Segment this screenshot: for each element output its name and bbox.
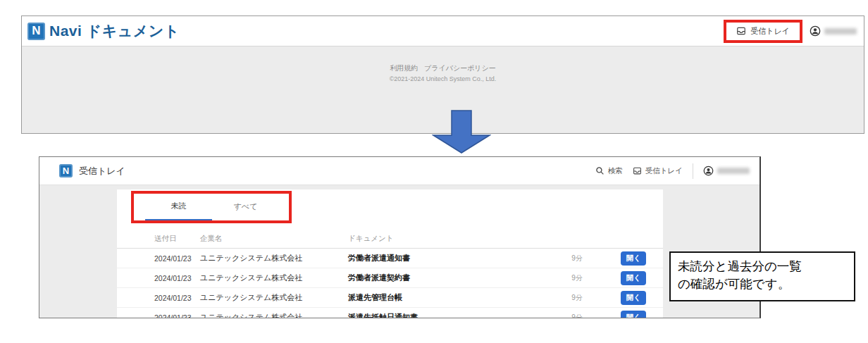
app-title: Navi ドキュメント bbox=[49, 21, 180, 41]
inbox-button[interactable]: 受信トレイ bbox=[736, 26, 790, 37]
open-button[interactable]: 開く bbox=[621, 311, 646, 318]
home-footer: 利用規約 プライバシーポリシー ©2021-2024 Unitech Syste… bbox=[22, 63, 864, 82]
row-meta: 9分 bbox=[549, 293, 605, 303]
user-icon bbox=[810, 25, 821, 37]
tab-unread[interactable]: 未読 bbox=[145, 192, 212, 220]
inbox-content: 未読 すべて 送付日 企業名 ドキュメント 2024/01/23 ユニテックシス… bbox=[39, 185, 760, 318]
table-header: 送付日 企業名 ドキュメント bbox=[117, 229, 663, 249]
user-icon bbox=[703, 166, 714, 176]
row-document: 労働者派遣通知書 bbox=[348, 253, 549, 263]
inbox-list-card: 未読 すべて 送付日 企業名 ドキュメント 2024/01/23 ユニテックシス… bbox=[117, 189, 663, 318]
col-document: ドキュメント bbox=[348, 234, 549, 244]
row-company: ユニテックシステム株式会社 bbox=[200, 273, 348, 283]
navi-logo-icon: N bbox=[59, 164, 73, 177]
home-header-actions: 受信トレイ bbox=[724, 20, 857, 43]
home-header: N Navi ドキュメント 受信トレイ bbox=[22, 16, 864, 46]
down-arrow-icon bbox=[432, 110, 491, 154]
annotation-line-2: の確認が可能です。 bbox=[678, 275, 847, 293]
col-date: 送付日 bbox=[154, 234, 200, 244]
search-label: 検索 bbox=[608, 166, 623, 176]
row-date: 2024/01/23 bbox=[154, 254, 200, 263]
row-company: ユニテックシステム株式会社 bbox=[200, 292, 348, 303]
divider bbox=[693, 163, 693, 179]
page: N Navi ドキュメント 受信トレイ bbox=[0, 0, 868, 343]
inbox-button-highlight: 受信トレイ bbox=[724, 20, 802, 43]
inbox-tray-icon bbox=[633, 166, 642, 175]
inbox-tray-icon bbox=[736, 26, 746, 36]
tab-all[interactable]: すべて bbox=[212, 192, 279, 220]
inbox-button-label: 受信トレイ bbox=[750, 26, 790, 37]
row-meta: 9分 bbox=[549, 313, 605, 318]
privacy-link[interactable]: プライバシーポリシー bbox=[424, 64, 496, 72]
table-row: 2024/01/23 ユニテックシステム株式会社 労働者派遣通知書 9分 開く bbox=[117, 249, 663, 268]
row-document: 派遣先管理台帳 bbox=[348, 292, 549, 303]
col-company: 企業名 bbox=[200, 234, 348, 244]
screenshot-inbox: N 受信トレイ 検索 bbox=[39, 156, 761, 318]
table-row: 2024/01/23 ユニテックシステム株式会社 労働者派遣契約書 9分 開く bbox=[117, 268, 663, 288]
tabs: 未読 すべて bbox=[117, 189, 663, 222]
tabs-area: 未読 すべて bbox=[117, 189, 663, 229]
inbox-brand: N 受信トレイ bbox=[59, 164, 125, 177]
row-company: ユニテックシステム株式会社 bbox=[200, 253, 348, 263]
row-document: 派遣先抵触日通知書 bbox=[348, 312, 549, 318]
row-date: 2024/01/23 bbox=[154, 294, 200, 302]
row-date: 2024/01/23 bbox=[154, 274, 200, 282]
search-button[interactable]: 検索 bbox=[595, 166, 623, 176]
table-row: 2024/01/23 ユニテックシステム株式会社 派遣先抵触日通知書 9分 開く bbox=[117, 308, 663, 318]
row-date: 2024/01/23 bbox=[154, 313, 200, 318]
row-meta: 9分 bbox=[549, 254, 605, 263]
inbox-button[interactable]: 受信トレイ bbox=[633, 166, 683, 176]
open-button[interactable]: 開く bbox=[621, 291, 646, 305]
inbox-button-label: 受信トレイ bbox=[645, 166, 683, 176]
user-menu[interactable] bbox=[810, 25, 857, 37]
user-menu[interactable] bbox=[703, 166, 750, 176]
page-title: 受信トレイ bbox=[79, 165, 125, 177]
row-company: ユニテックシステム株式会社 bbox=[200, 312, 348, 318]
annotation-line-1: 未読分と過去分の一覧 bbox=[678, 258, 847, 275]
brand: N Navi ドキュメント bbox=[27, 21, 180, 41]
copyright: ©2021-2024 Unitech System Co., Ltd. bbox=[22, 75, 864, 82]
inbox-toolbar: 検索 受信トレイ bbox=[595, 163, 750, 179]
open-button[interactable]: 開く bbox=[621, 251, 646, 266]
navi-logo-icon: N bbox=[27, 23, 45, 40]
row-document: 労働者派遣契約書 bbox=[348, 273, 549, 283]
search-icon bbox=[595, 166, 604, 175]
terms-link[interactable]: 利用規約 bbox=[390, 64, 418, 72]
inbox-header: N 受信トレイ 検索 bbox=[39, 157, 760, 185]
open-button[interactable]: 開く bbox=[621, 271, 646, 285]
row-meta: 9分 bbox=[549, 273, 605, 283]
table-row: 2024/01/23 ユニテックシステム株式会社 派遣先管理台帳 9分 開く bbox=[117, 288, 663, 308]
user-name-redacted bbox=[717, 168, 750, 174]
user-name-redacted bbox=[824, 28, 857, 35]
annotation-note: 未読分と過去分の一覧 の確認が可能です。 bbox=[669, 251, 855, 301]
